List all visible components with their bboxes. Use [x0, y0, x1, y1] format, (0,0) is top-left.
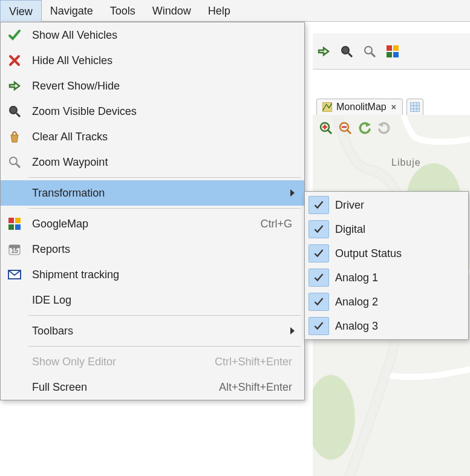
map-icon	[322, 102, 333, 112]
sub-item-label: Digital	[335, 223, 365, 236]
svg-rect-9	[410, 103, 419, 112]
tab-label: MonolitMap	[336, 102, 387, 112]
sub-analog2[interactable]: Analog 2	[305, 290, 468, 314]
tab-secondary[interactable]	[406, 99, 423, 115]
zoom-light-icon	[4, 152, 25, 172]
zoom-out-icon[interactable]	[338, 121, 353, 135]
menu-item-label: Zoom Visible Devices	[32, 105, 297, 118]
main-toolbar	[313, 33, 470, 70]
revert-arrow-icon	[4, 76, 25, 96]
blank-icon	[4, 377, 25, 397]
sub-item-label: Output Status	[335, 247, 402, 260]
sub-driver[interactable]: Driver	[305, 193, 468, 217]
svg-rect-33	[15, 218, 21, 223]
sub-analog3[interactable]: Analog 3	[305, 314, 468, 338]
menu-ide-log[interactable]: IDE Log	[1, 287, 304, 313]
blank-icon	[4, 321, 25, 341]
calendar-icon: 15	[4, 239, 25, 259]
svg-marker-24	[366, 122, 371, 127]
revert-icon[interactable]	[316, 44, 331, 59]
checked-icon	[308, 244, 329, 262]
map-place-label: Libuje	[391, 157, 421, 168]
menu-item-shortcut: Ctrl+G	[260, 218, 297, 230]
menubar: View Navigate Tools Window Help	[0, 0, 470, 22]
menu-item-label: GoogleMap	[32, 218, 253, 230]
menu-item-label: Shipment tracking	[32, 269, 297, 281]
menu-zoom-visible-devices[interactable]: Zoom Visible Devices	[1, 99, 304, 124]
menu-transformation[interactable]: Transformation	[1, 180, 304, 206]
menu-shipment-tracking[interactable]: Shipment tracking	[1, 262, 304, 287]
svg-rect-5	[393, 45, 399, 51]
svg-rect-35	[15, 224, 21, 230]
menu-item-label: Full Screen	[32, 381, 212, 394]
sub-analog1[interactable]: Analog 1	[305, 266, 468, 290]
zoom-dark-icon[interactable]	[339, 44, 354, 59]
checked-icon	[308, 269, 329, 287]
undo-icon[interactable]	[357, 121, 372, 135]
menu-show-only-editor: Show Only Editor Ctrl+Shift+Enter	[1, 349, 304, 374]
menu-hide-all-vehicles[interactable]: Hide All Vehicles	[1, 48, 304, 73]
svg-rect-7	[393, 52, 399, 57]
menu-item-label: Show Only Editor	[32, 356, 207, 368]
menu-item-shortcut: Ctrl+Shift+Enter	[215, 356, 297, 368]
menu-window[interactable]: Window	[144, 0, 200, 21]
svg-rect-34	[8, 224, 14, 230]
sub-item-label: Analog 1	[335, 272, 378, 284]
menu-view[interactable]: View	[0, 0, 42, 22]
transformation-submenu: Driver Digital Output Status Analog 1 An…	[304, 191, 469, 340]
menu-item-label: Hide All Vehicles	[32, 54, 297, 67]
menu-separator	[28, 177, 301, 178]
menu-tools[interactable]: Tools	[102, 0, 144, 21]
menu-toolbars[interactable]: Toolbars	[1, 318, 304, 344]
redo-icon[interactable]	[377, 121, 391, 135]
svg-line-29	[16, 113, 20, 117]
menu-zoom-waypoint[interactable]: Zoom Waypoint	[1, 149, 304, 175]
checked-icon	[308, 293, 329, 311]
menu-separator	[28, 346, 301, 347]
tab-monolitmap[interactable]: MonolitMap ×	[316, 99, 403, 115]
menu-reports[interactable]: 15 Reports	[1, 236, 304, 262]
menu-help[interactable]: Help	[200, 0, 239, 21]
svg-rect-4	[387, 45, 392, 51]
menu-google-map[interactable]: GoogleMap Ctrl+G	[1, 211, 304, 236]
svg-marker-25	[378, 122, 383, 127]
svg-rect-8	[323, 103, 332, 112]
zoom-in-icon[interactable]	[319, 121, 333, 135]
sub-output-status[interactable]: Output Status	[305, 241, 468, 266]
menu-navigate[interactable]: Navigate	[42, 0, 102, 21]
blank-icon	[4, 183, 25, 203]
google-icon[interactable]	[385, 44, 400, 59]
menu-clear-all-tracks[interactable]: Clear All Tracks	[1, 124, 304, 149]
svg-point-28	[10, 106, 17, 114]
sub-item-label: Analog 2	[335, 296, 378, 308]
sub-item-label: Driver	[335, 199, 364, 212]
menu-item-label: Revert Show/Hide	[32, 80, 297, 93]
map-toolbar	[319, 121, 391, 135]
svg-point-30	[10, 157, 17, 165]
chevron-right-icon	[290, 189, 295, 197]
menu-show-all-vehicles[interactable]: Show All Vehicles	[1, 22, 304, 48]
menu-item-label: Transformation	[32, 187, 283, 200]
view-dropdown: Show All Vehicles Hide All Vehicles Reve…	[0, 22, 305, 400]
svg-line-23	[347, 130, 351, 134]
svg-rect-6	[387, 52, 392, 57]
menu-item-label: IDE Log	[32, 294, 297, 307]
blank-icon	[4, 290, 25, 310]
checked-icon	[308, 220, 329, 238]
checked-icon	[308, 317, 329, 335]
sub-digital[interactable]: Digital	[305, 217, 468, 241]
menu-item-shortcut: Alt+Shift+Enter	[219, 381, 297, 394]
menu-revert-show-hide[interactable]: Revert Show/Hide	[1, 73, 304, 99]
svg-point-2	[365, 47, 372, 54]
check-green-icon	[4, 25, 25, 45]
menu-separator	[28, 208, 301, 209]
svg-line-1	[348, 53, 352, 57]
svg-point-0	[342, 47, 349, 54]
svg-line-20	[328, 130, 331, 134]
menu-item-label: Toolbars	[32, 325, 283, 337]
menu-full-screen[interactable]: Full Screen Alt+Shift+Enter	[1, 374, 304, 400]
tab-close-icon[interactable]: ×	[390, 102, 397, 112]
svg-rect-32	[8, 218, 14, 223]
zoom-light-icon[interactable]	[362, 44, 377, 59]
svg-line-3	[371, 53, 375, 57]
